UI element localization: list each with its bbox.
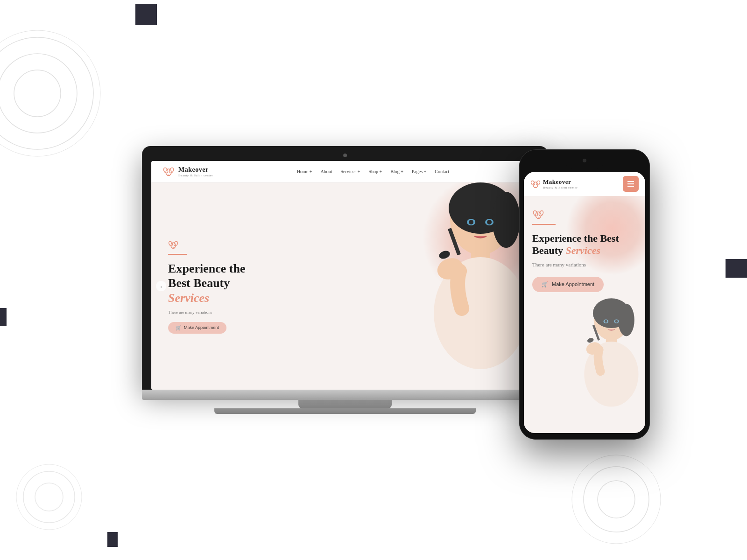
prev-slide-arrow[interactable]: ‹ (156, 281, 166, 291)
phone-hero-desc: There are many variations (532, 262, 637, 267)
laptop-base (142, 390, 548, 400)
svg-point-46 (618, 304, 634, 336)
phone-cart-icon: 🛒 (542, 281, 548, 287)
laptop-logo-text: Makeover Beauty & Salon center (178, 166, 213, 177)
svg-point-50 (615, 320, 618, 323)
svg-point-10 (166, 169, 171, 175)
laptop-hero: ‹ Experience the Best (151, 182, 539, 390)
phone-hero-title-accent: Services (566, 245, 601, 256)
phone-logo-title: Makeover (543, 178, 578, 186)
phone-camera (583, 159, 586, 162)
decorative-circles-bl (14, 462, 84, 532)
decorative-circles-br (570, 453, 663, 546)
svg-point-8 (23, 471, 75, 523)
laptop-outer: Makeover Beauty & Salon center Home + Ab… (142, 146, 548, 390)
svg-point-12 (169, 167, 175, 173)
svg-point-9 (16, 464, 82, 530)
laptop-hero-desc: There are many variations (168, 310, 375, 315)
hero-woman-svg (394, 182, 539, 390)
svg-point-11 (163, 167, 169, 173)
phone-nav: Makeover Beauty & Salon center (524, 172, 645, 196)
svg-point-27 (469, 220, 473, 224)
decorative-circles-tl (0, 28, 103, 159)
laptop-logo-title: Makeover (178, 166, 213, 174)
laptop-foot (214, 408, 476, 414)
laptop-logo-sub: Beauty & Salon center (178, 174, 213, 177)
nav-services[interactable]: Services + (340, 169, 360, 174)
svg-point-17 (173, 241, 178, 246)
laptop-camera (343, 154, 347, 157)
hero-accent-line (168, 254, 187, 255)
svg-point-5 (584, 467, 649, 532)
phone-hero-cta[interactable]: 🛒 Make Appointment (532, 277, 604, 292)
svg-point-24 (492, 192, 520, 248)
decor-square-1 (135, 4, 157, 25)
phone-outer: Makeover Beauty & Salon center (519, 149, 650, 440)
laptop-hero-title: Experience the Best Beauty Services (168, 261, 375, 305)
nav-blog[interactable]: Blog + (390, 169, 403, 174)
decor-square-4 (726, 259, 747, 278)
laptop-screen: Makeover Beauty & Salon center Home + Ab… (151, 161, 539, 390)
decor-square-3 (107, 532, 118, 547)
svg-point-16 (168, 241, 173, 246)
nav-shop[interactable]: Shop + (368, 169, 382, 174)
phone-notch (566, 159, 603, 169)
cart-icon: 🛒 (176, 325, 181, 330)
phone-logo: Makeover Beauty & Salon center (530, 178, 623, 190)
laptop-logo-icon (162, 164, 175, 179)
phone-menu-button[interactable] (623, 176, 639, 192)
nav-contact[interactable]: Contact (435, 169, 449, 174)
svg-point-6 (572, 455, 661, 544)
phone-hero-woman (561, 284, 645, 433)
nav-about[interactable]: About (320, 169, 332, 174)
laptop-hero-title-accent: Services (168, 291, 209, 305)
svg-point-28 (487, 220, 492, 224)
phone-logo-text: Makeover Beauty & Salon center (543, 178, 578, 189)
phone-hero-title: Experience the Best Beauty Services (532, 232, 637, 257)
laptop-logo: Makeover Beauty & Salon center (162, 164, 213, 179)
svg-point-7 (35, 483, 63, 511)
svg-point-38 (533, 210, 539, 217)
laptop-stand (298, 400, 392, 408)
nav-home[interactable]: Home + (297, 169, 312, 174)
phone-logo-sub: Beauty & Salon center (543, 186, 578, 189)
laptop-nav: Makeover Beauty & Salon center Home + Ab… (151, 161, 539, 182)
phone-hero: Experience the Best Beauty Services Ther… (524, 196, 645, 433)
laptop-mockup: Makeover Beauty & Salon center Home + Ab… (142, 146, 548, 414)
phone-hero-line (532, 224, 556, 225)
svg-point-39 (538, 210, 544, 217)
hero-lotus-icon (168, 238, 375, 251)
svg-point-49 (605, 320, 607, 323)
laptop-hero-image (389, 182, 539, 390)
phone-hero-lotus-icon (532, 207, 637, 222)
laptop-hero-cta[interactable]: 🛒 Make Appointment (168, 322, 226, 334)
phone-screen: Makeover Beauty & Salon center (524, 172, 645, 433)
laptop-hero-left: Experience the Best Beauty Services Ther… (151, 182, 389, 390)
svg-point-3 (0, 30, 100, 156)
svg-point-37 (536, 212, 541, 218)
svg-point-4 (598, 481, 635, 518)
phone-mockup: Makeover Beauty & Salon center (519, 149, 650, 440)
svg-point-33 (530, 180, 536, 186)
svg-point-0 (14, 70, 61, 117)
nav-pages[interactable]: Pages + (412, 169, 426, 174)
svg-point-34 (536, 180, 541, 186)
decor-square-2 (0, 308, 7, 326)
svg-point-1 (0, 54, 77, 133)
phone-logo-icon (530, 178, 541, 190)
laptop-nav-items: Home + About Services + Shop + Blog + Pa… (227, 169, 519, 174)
